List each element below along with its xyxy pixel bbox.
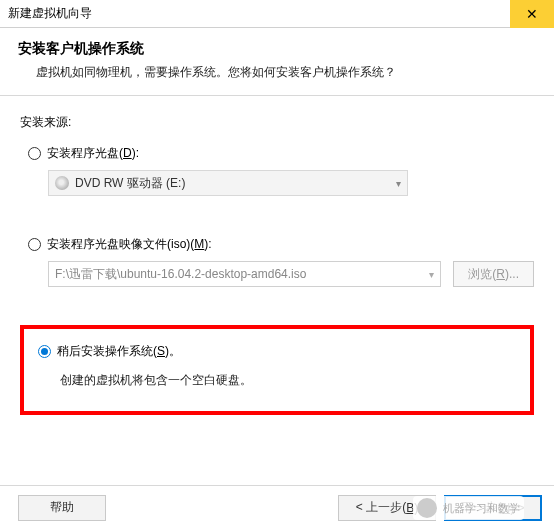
content-area: 安装来源: 安装程序光盘(D): DVD RW 驱动器 (E:) ▾ 安装程序光… (0, 96, 554, 415)
radio-iso[interactable] (28, 238, 41, 251)
iso-input-row: F:\迅雷下载\ubuntu-16.04.2-desktop-amd64.iso… (48, 261, 534, 287)
page-title: 安装客户机操作系统 (18, 40, 536, 58)
radio-disc[interactable] (28, 147, 41, 160)
wizard-header: 安装客户机操作系统 虚拟机如同物理机，需要操作系统。您将如何安装客户机操作系统？ (0, 28, 554, 96)
next-button[interactable]: 下一步(N) > (444, 495, 542, 521)
disc-icon (55, 176, 69, 190)
option-later-row[interactable]: 稍后安装操作系统(S)。 (38, 343, 516, 360)
close-button[interactable]: ✕ (510, 0, 554, 28)
help-button[interactable]: 帮助 (18, 495, 106, 521)
radio-later-label: 稍后安装操作系统(S)。 (57, 343, 181, 360)
iso-path-text: F:\迅雷下载\ubuntu-16.04.2-desktop-amd64.iso (55, 266, 306, 283)
window-title: 新建虚拟机向导 (8, 5, 92, 22)
option-iso-row[interactable]: 安装程序光盘映像文件(iso)(M): (28, 236, 534, 253)
titlebar: 新建虚拟机向导 ✕ (0, 0, 554, 28)
source-label: 安装来源: (20, 114, 534, 131)
iso-path-input[interactable]: F:\迅雷下载\ubuntu-16.04.2-desktop-amd64.iso… (48, 261, 441, 287)
radio-iso-label: 安装程序光盘映像文件(iso)(M): (47, 236, 212, 253)
highlight-box: 稍后安装操作系统(S)。 创建的虚拟机将包含一个空白硬盘。 (20, 325, 534, 415)
chevron-down-icon: ▾ (429, 269, 434, 280)
close-icon: ✕ (526, 6, 538, 22)
option-later-note: 创建的虚拟机将包含一个空白硬盘。 (60, 372, 516, 389)
disc-dropdown[interactable]: DVD RW 驱动器 (E:) ▾ (48, 170, 408, 196)
disc-dropdown-text: DVD RW 驱动器 (E:) (75, 175, 396, 192)
wizard-footer: 帮助 < 上一步(B) 下一步(N) > (0, 485, 554, 529)
chevron-down-icon: ▾ (396, 178, 401, 189)
back-button[interactable]: < 上一步(B) (338, 495, 436, 521)
option-disc-row[interactable]: 安装程序光盘(D): (28, 145, 534, 162)
page-subtitle: 虚拟机如同物理机，需要操作系统。您将如何安装客户机操作系统？ (18, 64, 536, 81)
radio-later[interactable] (38, 345, 51, 358)
radio-disc-label: 安装程序光盘(D): (47, 145, 139, 162)
browse-button[interactable]: 浏览(R)... (453, 261, 534, 287)
